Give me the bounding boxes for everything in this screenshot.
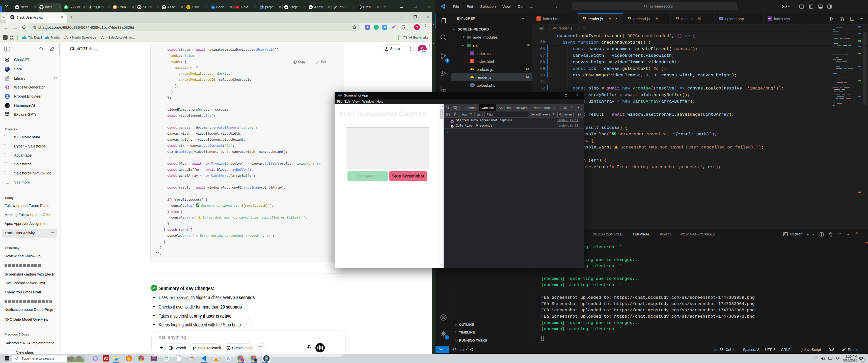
svg-text:FZ: FZ (104, 357, 108, 361)
svg-text:v0: v0 (285, 6, 287, 8)
svg-text:v0: v0 (310, 6, 312, 8)
svg-text:in: in (212, 6, 214, 9)
